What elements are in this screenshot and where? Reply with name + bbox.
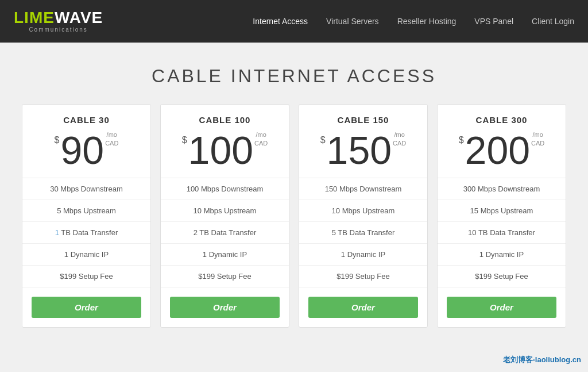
order-button-cable-30[interactable]: Order: [32, 297, 141, 318]
price-per-cable-100: /mo: [254, 131, 268, 139]
feature-row-cable-150-0: 150 Mbps Downstream: [299, 178, 427, 200]
order-button-cable-150[interactable]: Order: [308, 297, 418, 318]
price-dollar-cable-100: $: [182, 135, 187, 145]
card-features-cable-30: 30 Mbps Downstream5 Mbps Upstream1 TB Da…: [22, 178, 150, 287]
pricing-card-cable-100: CABLE 100$100/moCAD100 Mbps Downstream10…: [160, 104, 289, 328]
watermark: 老刘博客-laoliublog.cn: [503, 355, 582, 365]
feature-row-cable-30-3: 1 Dynamic IP: [22, 244, 150, 266]
highlight-cable-30-2: 1: [55, 228, 59, 237]
price-block-cable-100: $100/moCAD: [170, 131, 280, 170]
card-header-cable-300: CABLE 300$200/moCAD: [438, 105, 566, 178]
feature-row-cable-100-1: 10 Mbps Upstream: [161, 200, 289, 222]
feature-row-cable-100-0: 100 Mbps Downstream: [161, 178, 289, 200]
card-header-cable-150: CABLE 150$150/moCAD: [299, 105, 427, 178]
feature-row-cable-100-2: 2 TB Data Transfer: [161, 222, 289, 244]
card-footer-cable-150: Order: [299, 287, 427, 327]
main-content: CABLE INTERNET ACCESS CABLE 30$90/moCAD3…: [0, 43, 588, 351]
pricing-cards: CABLE 30$90/moCAD30 Mbps Downstream5 Mbp…: [17, 104, 571, 328]
logo-wave: WAVE: [55, 9, 103, 26]
nav-link-reseller-hosting[interactable]: Reseller Hosting: [397, 17, 457, 26]
feature-row-cable-100-3: 1 Dynamic IP: [161, 244, 289, 266]
navbar: LIMEWAVE Communications Internet AccessV…: [0, 0, 588, 43]
nav-link-internet-access[interactable]: Internet Access: [253, 17, 308, 26]
feature-row-cable-150-4: $199 Setup Fee: [299, 266, 427, 287]
price-block-cable-300: $200/moCAD: [447, 131, 556, 170]
price-amount-cable-300: 200: [465, 131, 530, 170]
nav-link-virtual-servers[interactable]: Virtual Servers: [326, 17, 379, 26]
card-footer-cable-300: Order: [438, 287, 566, 327]
card-header-cable-30: CABLE 30$90/moCAD: [22, 105, 150, 178]
feature-row-cable-30-0: 30 Mbps Downstream: [22, 178, 150, 200]
logo-sub: Communications: [14, 27, 103, 33]
price-amount-cable-100: 100: [188, 131, 253, 170]
price-currency-cable-100: CAD: [254, 139, 268, 148]
feature-row-cable-100-4: $199 Setup Fee: [161, 266, 289, 287]
card-footer-cable-30: Order: [22, 287, 150, 327]
feature-row-cable-150-1: 10 Mbps Upstream: [299, 200, 427, 222]
price-per-cable-30: /mo: [105, 131, 118, 139]
feature-row-cable-150-3: 1 Dynamic IP: [299, 244, 427, 266]
feature-row-cable-300-2: 10 TB Data Transfer: [438, 222, 566, 244]
price-amount-cable-30: 90: [61, 131, 105, 170]
feature-row-cable-300-1: 15 Mbps Upstream: [438, 200, 566, 222]
price-per-cable-150: /mo: [393, 131, 406, 139]
price-per-cable-300: /mo: [531, 131, 544, 139]
logo-lime: LIME: [14, 9, 55, 26]
order-button-cable-300[interactable]: Order: [447, 297, 556, 318]
nav-links: Internet AccessVirtual ServersReseller H…: [253, 16, 574, 26]
card-features-cable-100: 100 Mbps Downstream10 Mbps Upstream2 TB …: [161, 178, 289, 287]
card-title-cable-100: CABLE 100: [170, 115, 280, 125]
pricing-card-cable-300: CABLE 300$200/moCAD300 Mbps Downstream15…: [437, 104, 566, 328]
price-suffix-cable-100: /moCAD: [254, 131, 268, 148]
feature-row-cable-30-2: 1 TB Data Transfer: [22, 222, 150, 244]
card-features-cable-150: 150 Mbps Downstream10 Mbps Upstream5 TB …: [299, 178, 427, 287]
feature-row-cable-300-0: 300 Mbps Downstream: [438, 178, 566, 200]
price-currency-cable-30: CAD: [105, 139, 118, 148]
feature-row-cable-150-2: 5 TB Data Transfer: [299, 222, 427, 244]
price-block-cable-150: $150/moCAD: [308, 131, 418, 170]
feature-row-cable-300-4: $199 Setup Fee: [438, 266, 566, 287]
pricing-card-cable-150: CABLE 150$150/moCAD150 Mbps Downstream10…: [299, 104, 428, 328]
price-dollar-cable-150: $: [320, 135, 326, 145]
price-suffix-cable-300: /moCAD: [531, 131, 544, 148]
price-block-cable-30: $90/moCAD: [32, 131, 141, 170]
card-features-cable-300: 300 Mbps Downstream15 Mbps Upstream10 TB…: [438, 178, 566, 287]
card-title-cable-30: CABLE 30: [32, 115, 141, 125]
price-currency-cable-150: CAD: [393, 139, 406, 148]
page-title: CABLE INTERNET ACCESS: [17, 66, 571, 87]
card-title-cable-300: CABLE 300: [447, 115, 556, 125]
feature-row-cable-30-1: 5 Mbps Upstream: [22, 200, 150, 222]
feature-row-cable-300-3: 1 Dynamic IP: [438, 244, 566, 266]
feature-row-cable-30-4: $199 Setup Fee: [22, 266, 150, 287]
price-suffix-cable-30: /moCAD: [105, 131, 118, 148]
price-amount-cable-150: 150: [327, 131, 392, 170]
price-suffix-cable-150: /moCAD: [393, 131, 406, 148]
price-dollar-cable-300: $: [459, 135, 464, 145]
logo: LIMEWAVE Communications: [14, 10, 103, 33]
nav-link-vps-panel[interactable]: VPS Panel: [474, 17, 513, 26]
price-dollar-cable-30: $: [55, 135, 60, 145]
pricing-card-cable-30: CABLE 30$90/moCAD30 Mbps Downstream5 Mbp…: [22, 104, 151, 328]
card-footer-cable-100: Order: [161, 287, 289, 327]
card-header-cable-100: CABLE 100$100/moCAD: [161, 105, 289, 178]
nav-link-client-login[interactable]: Client Login: [532, 17, 574, 26]
price-currency-cable-300: CAD: [531, 139, 544, 148]
order-button-cable-100[interactable]: Order: [170, 297, 280, 318]
card-title-cable-150: CABLE 150: [308, 115, 418, 125]
